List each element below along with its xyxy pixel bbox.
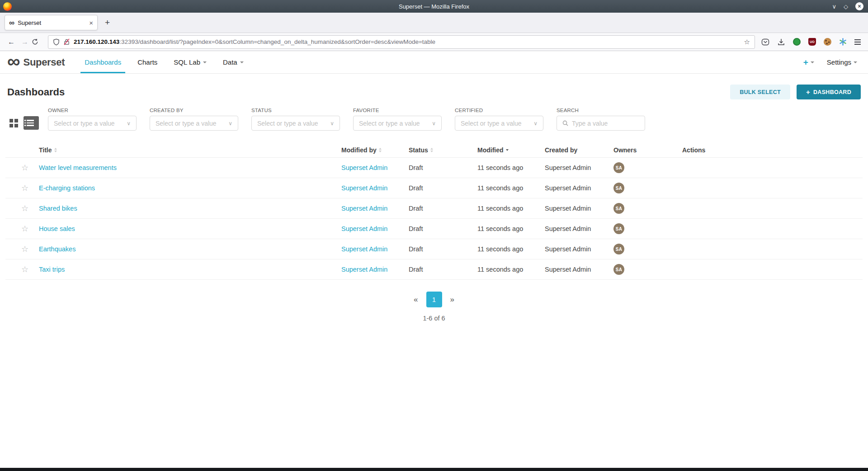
column-header-modified[interactable]: Modified xyxy=(477,146,545,154)
modified-by-link[interactable]: Superset Admin xyxy=(341,164,387,171)
favorite-select[interactable]: Select or type a value ∨ xyxy=(353,116,442,131)
status-cell: Draft xyxy=(409,205,477,212)
owner-avatar[interactable]: SA xyxy=(613,264,624,275)
pocket-icon[interactable] xyxy=(761,38,769,46)
table-row: ☆ E-charging stations Superset Admin Dra… xyxy=(5,178,863,198)
extension-asterisk-icon[interactable] xyxy=(839,38,847,46)
superset-brand[interactable]: ∞ Superset xyxy=(7,51,65,73)
dashboard-title-link[interactable]: Earthquakes xyxy=(39,245,75,253)
nav-item-data[interactable]: Data xyxy=(219,51,248,73)
tab-title: Superset xyxy=(18,19,86,26)
modified-cell: 11 seconds ago xyxy=(477,266,545,273)
add-dashboard-button[interactable]: + DASHBOARD xyxy=(797,85,861,99)
nav-item-label: Dashboards xyxy=(85,58,121,66)
certified-select[interactable]: Select or type a value ∨ xyxy=(455,116,543,131)
sort-icon xyxy=(379,148,382,152)
owner-select[interactable]: Select or type a value ∨ xyxy=(48,116,137,131)
created-by-select[interactable]: Select or type a value ∨ xyxy=(150,116,238,131)
favorite-star-icon[interactable]: ☆ xyxy=(21,224,28,233)
created-by-cell: Superset Admin xyxy=(545,245,613,253)
card-view-icon[interactable] xyxy=(7,117,20,129)
owner-avatar[interactable]: SA xyxy=(613,183,624,193)
nav-item-label: Charts xyxy=(137,58,157,66)
modified-cell: 11 seconds ago xyxy=(477,164,545,171)
brand-name: Superset xyxy=(24,57,65,68)
superset-logo-icon: ∞ xyxy=(7,54,20,68)
owner-avatar[interactable]: SA xyxy=(613,223,624,234)
owner-avatar[interactable]: SA xyxy=(613,244,624,254)
column-header-status[interactable]: Status xyxy=(409,146,477,154)
table-row: ☆ Shared bikes Superset Admin Draft 11 s… xyxy=(5,198,863,219)
modified-by-link[interactable]: Superset Admin xyxy=(341,245,387,253)
filter-label: CERTIFIED xyxy=(455,108,543,113)
owner-avatar[interactable]: SA xyxy=(613,203,624,214)
modified-cell: 11 seconds ago xyxy=(477,205,545,212)
pagination-summary: 1-6 of 6 xyxy=(0,315,868,322)
modified-by-link[interactable]: Superset Admin xyxy=(341,184,387,192)
select-placeholder: Select or type a value xyxy=(54,120,115,127)
search-input[interactable] xyxy=(572,120,635,127)
insecure-lock-icon[interactable] xyxy=(64,38,70,45)
new-item-menu[interactable]: + xyxy=(803,57,814,67)
favorite-star-icon[interactable]: ☆ xyxy=(21,245,28,254)
column-header-modified-by[interactable]: Modified by xyxy=(341,146,409,154)
prev-page-button[interactable]: « xyxy=(411,295,420,304)
nav-item-dashboards[interactable]: Dashboards xyxy=(80,51,125,73)
close-icon[interactable]: × xyxy=(855,2,863,10)
chevron-down-icon xyxy=(240,61,244,63)
nav-item-label: Data xyxy=(223,58,237,66)
sort-icon xyxy=(430,148,433,152)
filter-certified: CERTIFIED Select or type a value ∨ xyxy=(455,108,543,131)
favorite-star-icon[interactable]: ☆ xyxy=(21,265,28,274)
list-view-icon[interactable] xyxy=(24,116,39,130)
modified-cell: 11 seconds ago xyxy=(477,225,545,232)
new-tab-button[interactable]: + xyxy=(105,18,110,28)
chevron-down-icon: ∨ xyxy=(330,120,334,127)
plus-icon: + xyxy=(803,57,808,67)
dashboard-title-link[interactable]: Shared bikes xyxy=(39,205,77,212)
dashboards-table: Title Modified by Status Modified Create… xyxy=(5,142,863,280)
filter-favorite: FAVORITE Select or type a value ∨ xyxy=(353,108,442,131)
status-select[interactable]: Select or type a value ∨ xyxy=(251,116,340,131)
bulk-select-button[interactable]: BULK SELECT xyxy=(730,85,790,99)
dashboard-title-link[interactable]: E-charging stations xyxy=(39,184,95,192)
browser-tab[interactable]: ∞ Superset × xyxy=(5,15,98,30)
shield-icon[interactable] xyxy=(53,38,60,46)
owner-avatar[interactable]: SA xyxy=(613,162,624,173)
back-icon[interactable]: ← xyxy=(5,38,18,46)
page-1-button[interactable]: 1 xyxy=(426,292,442,307)
nav-item-charts[interactable]: Charts xyxy=(133,51,161,73)
dashboard-title-link[interactable]: Water level measurements xyxy=(39,164,117,171)
cookie-extension-icon[interactable] xyxy=(824,38,831,46)
bookmark-star-icon[interactable]: ☆ xyxy=(744,38,750,46)
created-by-cell: Superset Admin xyxy=(545,205,613,212)
favorite-star-icon[interactable]: ☆ xyxy=(21,204,28,213)
dashboard-title-link[interactable]: Taxi trips xyxy=(39,266,65,273)
modified-by-link[interactable]: Superset Admin xyxy=(341,205,387,212)
settings-menu[interactable]: Settings xyxy=(827,58,857,66)
table-row: ☆ Taxi trips Superset Admin Draft 11 sec… xyxy=(5,259,863,280)
tab-close-icon[interactable]: × xyxy=(89,19,93,27)
favorite-star-icon[interactable]: ☆ xyxy=(21,163,28,172)
ublock-origin-icon[interactable]: UO xyxy=(808,38,816,46)
minimize-icon[interactable]: ∨ xyxy=(832,4,836,9)
next-page-button[interactable]: » xyxy=(448,295,457,304)
select-placeholder: Select or type a value xyxy=(461,120,522,127)
nav-item-sql-lab[interactable]: SQL Lab xyxy=(170,51,211,73)
dashboard-title-link[interactable]: House sales xyxy=(39,225,75,232)
modified-by-link[interactable]: Superset Admin xyxy=(341,266,387,273)
downloads-icon[interactable] xyxy=(777,38,785,46)
reload-icon[interactable] xyxy=(32,38,45,45)
url-text[interactable]: 217.160.120.143:32393/dashboard/list/?pa… xyxy=(74,38,740,45)
extension-privacy-icon[interactable] xyxy=(793,38,801,46)
maximize-icon[interactable]: ◇ xyxy=(844,4,848,9)
column-header-title[interactable]: Title xyxy=(39,146,341,154)
add-dashboard-label: DASHBOARD xyxy=(813,89,851,95)
favorite-star-icon[interactable]: ☆ xyxy=(21,184,28,193)
url-bar[interactable]: 217.160.120.143:32393/dashboard/list/?pa… xyxy=(48,35,755,49)
nav-item-label: SQL Lab xyxy=(174,58,200,66)
search-icon xyxy=(562,120,568,126)
chevron-down-icon xyxy=(811,61,814,63)
menu-icon[interactable] xyxy=(854,39,861,45)
modified-by-link[interactable]: Superset Admin xyxy=(341,225,387,232)
